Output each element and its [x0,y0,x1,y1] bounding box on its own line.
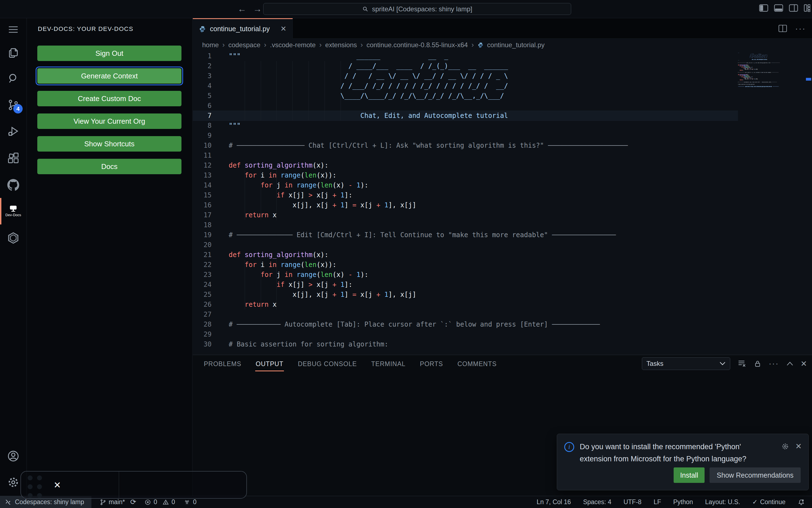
panel-header: PROBLEMS OUTPUT DEBUG CONSOLE TERMINAL P… [193,355,812,373]
notifications-bell[interactable] [798,499,805,506]
output-channel-select[interactable]: Tasks [642,357,730,370]
view-current-org-button[interactable]: View Your Current Org [37,114,181,129]
code-line[interactable]: 23 for j in range(len(x) - 1): [193,270,738,280]
maximize-panel-icon[interactable] [786,361,794,366]
code-line[interactable]: 9 [193,131,738,140]
code-line[interactable]: 7 Chat, Edit, and Autocomplete tutorial [193,111,738,121]
show-recommendations-button[interactable]: Show Recommendations [709,467,801,483]
panel-tab-output[interactable]: OUTPUT [255,355,284,373]
code-line[interactable]: 29 [193,329,738,339]
activity-bar: 4 Dev-Docs [0,18,27,496]
show-shortcuts-button[interactable]: Show Shortcuts [37,136,181,152]
breadcrumb-continue-folder[interactable]: continue.continue-0.8.55-linux-x64 [366,41,468,49]
close-panel-icon[interactable]: ✕ [801,359,807,368]
command-center-search[interactable]: spriteAI [Codespaces: shiny lamp] [263,3,571,15]
code-line[interactable]: 10# ───────────────── Chat [Ctrl/Ctrl + … [193,140,738,151]
customize-layout-icon[interactable] [804,4,810,12]
panel-tab-ports[interactable]: PORTS [419,355,444,373]
code-line[interactable]: 12def sorting_algorithm(x): [193,160,738,170]
toggle-secondary-sidebar-icon[interactable] [789,4,798,12]
code-line[interactable]: 21def sorting_algorithm(x): [193,250,738,260]
accounts-icon[interactable] [0,444,27,468]
indent-guide [245,260,245,309]
code-line[interactable]: 20 [193,240,738,250]
tab-continue-tutorial[interactable]: continue_tutorial.py ✕ [193,18,293,39]
notification-toast: i Do you want to install the recommended… [557,434,809,490]
nav-back-icon[interactable]: ← [238,3,246,14]
git-branch-item[interactable]: main* ⟳ [100,498,136,506]
panel-tab-comments[interactable]: COMMENTS [457,355,497,373]
clear-output-icon[interactable] [737,359,746,368]
continue-status-item[interactable]: ✓ Continue [752,498,785,506]
run-debug-icon[interactable] [0,120,27,143]
code-line[interactable]: 18 [193,220,738,230]
panel-more-actions-icon[interactable]: ··· [769,359,779,368]
overlay-close-icon[interactable]: ✕ [53,480,61,490]
code-line[interactable]: 22 for i in range(len(x)): [193,260,738,270]
problems-item[interactable]: 0 0 [145,498,175,506]
git-branch-icon [100,499,106,506]
search-view-icon[interactable] [0,67,27,90]
code-line[interactable]: 30# Basic assertion for sorting algorith… [193,339,738,349]
breadcrumb-vscode-remote[interactable]: .vscode-remote [270,41,315,49]
nav-forward-icon[interactable]: → [253,3,262,14]
indent-guide [245,61,245,121]
code-line[interactable]: 17 return x [193,210,738,220]
code-line[interactable]: 5 \____/\____/_/ /_/\__/_/_/ /_/\__,_/\_… [193,91,738,101]
code-line[interactable]: 2 / ____/___ ____ / /_(_)___ __ ______ [193,61,738,71]
toggle-sidebar-icon[interactable] [759,4,768,12]
code-line[interactable]: 11 [193,151,738,160]
code-line[interactable]: 4 / /___/ /_/ / / / / /_/ / / / / /_/ / … [193,81,738,91]
continue-extension-icon[interactable] [0,226,27,250]
toggle-panel-icon[interactable] [774,4,783,12]
keyboard-layout-item[interactable]: Layout: U.S. [705,498,740,506]
code-line[interactable]: 15 if x[j] > x[j + 1]: [193,190,738,200]
eol-item[interactable]: LF [654,498,661,506]
lock-scroll-icon[interactable] [754,359,762,368]
code-line[interactable]: 19# ────────────── Edit [Cmd/Ctrl + I]: … [193,230,738,240]
code-line[interactable]: 26 return x [193,300,738,309]
source-control-icon[interactable]: 4 [0,93,27,117]
code-line[interactable]: 1""" ______ __ _ [193,51,738,61]
generate-context-button[interactable]: Generate Context [37,68,181,84]
install-button[interactable]: Install [674,467,704,483]
breadcrumb-extensions[interactable]: extensions [325,41,357,49]
editor-more-actions-icon[interactable]: ··· [795,24,806,33]
code-line[interactable]: 13 for i in range(len(x)): [193,170,738,180]
menu-hamburger-icon[interactable] [0,18,27,41]
breadcrumb-codespace[interactable]: codespace [229,41,260,49]
code-line[interactable]: 27 [193,309,738,320]
code-line[interactable]: 8""" [193,121,738,131]
minimap[interactable]: """ ______ __ _ / ____/___ ____ / /_(_)_… [738,51,805,355]
split-editor-icon[interactable] [778,24,787,33]
indentation-item[interactable]: Spaces: 4 [583,498,611,506]
extensions-icon[interactable] [0,146,27,170]
code-line[interactable]: 28# ─────────── Autocomplete [Tab]: Plac… [193,320,738,329]
overview-ruler[interactable] [805,51,812,355]
panel-tab-terminal[interactable]: TERMINAL [371,355,406,373]
code-line[interactable]: 16 x[j], x[j + 1] = x[j + 1], x[j] [193,200,738,210]
cursor-position-item[interactable]: Ln 7, Col 16 [537,498,571,506]
code-line[interactable]: 24 if x[j] > x[j + 1]: [193,280,738,290]
notification-settings-gear-icon[interactable] [781,442,789,451]
notification-close-icon[interactable]: ✕ [796,442,802,451]
docs-button[interactable]: Docs [37,159,181,174]
code-line[interactable]: 14 for j in range(len(x) - 1): [193,180,738,190]
explorer-icon[interactable] [0,41,27,64]
code-line[interactable]: 25 x[j], x[j + 1] = x[j + 1], x[j] [193,290,738,300]
tab-close-icon[interactable]: ✕ [280,25,286,33]
github-icon[interactable] [0,173,27,197]
sign-out-button[interactable]: Sign Out [37,46,181,61]
breadcrumb-file[interactable]: continue_tutorial.py [487,41,545,49]
dev-docs-icon[interactable]: Dev-Docs [0,199,27,223]
panel-tab-debug-console[interactable]: DEBUG CONSOLE [297,355,357,373]
search-icon [362,6,369,12]
encoding-item[interactable]: UTF-8 [623,498,641,506]
code-line[interactable]: 3 / / / __ \/ __ \/ __/ / __ \/ / / / _ … [193,71,738,81]
ports-item[interactable]: 0 [184,498,197,506]
breadcrumb-home[interactable]: home [202,41,219,49]
create-custom-doc-button[interactable]: Create Custom Doc [37,91,181,106]
panel-tab-problems[interactable]: PROBLEMS [203,355,242,373]
code-line[interactable]: 6 [193,101,738,111]
language-mode-item[interactable]: Python [673,498,693,506]
